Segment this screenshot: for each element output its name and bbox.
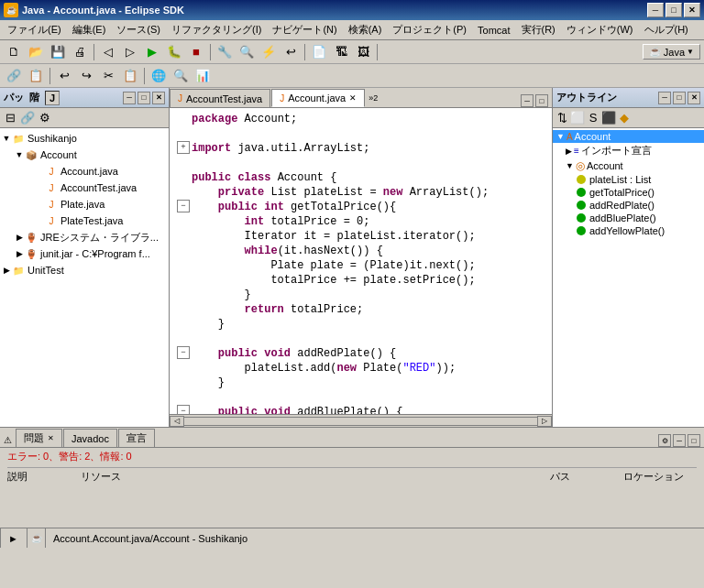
open-button[interactable]: 📂 <box>26 42 46 62</box>
tree-item-account-java[interactable]: J Account.java <box>0 163 169 180</box>
new-button[interactable]: 🗋 <box>4 42 24 62</box>
menu-search[interactable]: 検索(A) <box>343 21 388 38</box>
menu-tomcat[interactable]: Tomcat <box>472 23 515 38</box>
build-button[interactable]: 🔧 <box>214 42 235 62</box>
close-button[interactable]: ✕ <box>684 3 700 17</box>
tb2-btn1[interactable]: 🔗 <box>4 66 24 86</box>
right-panel-close-btn[interactable]: ✕ <box>688 92 700 104</box>
right-panel-min-btn[interactable]: ─ <box>658 92 671 104</box>
menu-window[interactable]: ウィンドウ(W) <box>561 21 639 38</box>
left-panel-tab[interactable]: パッ <box>4 91 24 104</box>
expand-jre[interactable]: ▶ <box>15 233 24 242</box>
left-panel-close-btn[interactable]: ✕ <box>152 92 165 104</box>
menu-help[interactable]: ヘルプ(H) <box>639 21 694 38</box>
tb2-btn7[interactable]: 🌐 <box>148 66 169 86</box>
collapse-import[interactable]: + <box>177 141 190 154</box>
editor-scrollbar-h[interactable]: ◁ ▷ <box>170 414 552 427</box>
tb2-btn2[interactable]: 📋 <box>26 66 46 86</box>
outline-item-getTotalPrice[interactable]: getTotalPrice() <box>553 186 704 199</box>
tb2-btn3[interactable]: ↩ <box>54 66 74 86</box>
collapse-addRedPlate[interactable]: − <box>177 346 190 359</box>
expand-imports[interactable]: ▶ <box>566 147 572 156</box>
scroll-left-btn[interactable]: ◁ <box>170 416 184 427</box>
expand-junit[interactable]: ▶ <box>15 249 24 258</box>
open-type-button[interactable]: 📄 <box>309 42 329 62</box>
minimize-button[interactable]: ─ <box>647 3 664 17</box>
type-hier-button[interactable]: 🏗 <box>331 42 351 62</box>
tab-overflow-btn[interactable]: »2 <box>366 89 380 107</box>
left-panel-min-btn[interactable]: ─ <box>123 92 136 104</box>
outline-hide-fields-btn[interactable]: ⬜ <box>570 111 585 125</box>
outline-item-imports[interactable]: ▶ ≡ インポート宣言 <box>553 143 704 158</box>
tree-item-account-pkg[interactable]: ▼ 📦 Account <box>0 147 169 163</box>
tree-item-unittest[interactable]: ▶ 📁 UnitTest <box>0 262 169 278</box>
editor-min-btn[interactable]: ─ <box>521 94 534 107</box>
menu-run[interactable]: 実行(R) <box>516 21 561 38</box>
tree-item-junit[interactable]: ▶ 🏺 junit.jar - C:¥Program f... <box>0 245 169 262</box>
outline-sort-btn[interactable]: ⇅ <box>555 111 569 125</box>
collapse-addBluePlate[interactable]: − <box>177 405 190 414</box>
menu-navigate[interactable]: ナビゲート(N) <box>267 21 342 38</box>
tb2-btn8[interactable]: 🔍 <box>170 66 191 86</box>
outline-item-platelist[interactable]: plateList : List <box>553 173 704 186</box>
tree-item-jre[interactable]: ▶ 🏺 JREシステム・ライブラ... <box>0 229 169 245</box>
tab-declaration[interactable]: 宣言 <box>118 429 155 447</box>
tab-problems[interactable]: 問題 ✕ <box>16 429 62 447</box>
tree-filter-btn[interactable]: ⚙ <box>37 110 53 126</box>
outline-filter2-btn[interactable]: ◆ <box>617 111 632 125</box>
print-button[interactable]: 🖨 <box>70 42 90 62</box>
bottom-panel-min-btn[interactable]: ─ <box>673 434 686 447</box>
collapse-getTotalPrice[interactable]: − <box>177 200 190 212</box>
run-button[interactable]: ▶ <box>142 42 162 62</box>
forward-button[interactable]: ▷ <box>120 42 140 62</box>
right-panel-max-btn[interactable]: □ <box>673 92 686 104</box>
bottom-panel-settings-btn[interactable]: ⚙ <box>658 434 671 447</box>
tb2-btn6[interactable]: 📋 <box>120 66 140 86</box>
tree-item-platetest-java[interactable]: J PlateTest.java <box>0 212 169 229</box>
title-bar-buttons[interactable]: ─ □ ✕ <box>647 3 700 17</box>
tree-collapse-btn[interactable]: ⊟ <box>2 110 18 126</box>
tab-account-close[interactable]: ✕ <box>349 93 357 103</box>
menu-project[interactable]: プロジェクト(P) <box>387 21 472 38</box>
tab-accounttest[interactable]: J AccountTest.java <box>170 89 270 107</box>
java-perspective-badge[interactable]: ☕ Java ▼ <box>643 44 700 60</box>
tab-javadoc[interactable]: Javadoc <box>63 429 117 447</box>
editor-max-btn[interactable]: □ <box>535 94 548 107</box>
menu-file[interactable]: ファイル(E) <box>2 21 67 38</box>
maximize-button[interactable]: □ <box>666 3 682 17</box>
perspective-button[interactable]: 🖼 <box>353 42 373 62</box>
tb2-btn4[interactable]: ↪ <box>76 66 96 86</box>
menu-refactor[interactable]: リファクタリング(I) <box>166 21 267 38</box>
tab-account[interactable]: J Account.java ✕ <box>271 89 365 107</box>
expand-account-class[interactable]: ▼ <box>566 161 574 170</box>
outline-item-addRedPlate[interactable]: addRedPlate() <box>553 199 704 212</box>
outline-item-addYellowPlate[interactable]: addYellowPlate() <box>553 224 704 237</box>
status-arrow[interactable]: ► <box>0 528 28 548</box>
back-button[interactable]: ◁ <box>98 42 118 62</box>
tree-item-plate-java[interactable]: J Plate.java <box>0 196 169 212</box>
scroll-right-btn[interactable]: ▷ <box>537 416 552 427</box>
expand-unittest[interactable]: ▶ <box>2 266 11 275</box>
next-error-button[interactable]: ⚡ <box>258 42 279 62</box>
left-panel-filter[interactable]: J <box>45 91 60 105</box>
expand-account[interactable]: ▼ <box>15 150 24 159</box>
tb2-btn5[interactable]: ✂ <box>98 66 118 86</box>
prev-error-button[interactable]: ↩ <box>280 42 301 62</box>
tb2-btn9[interactable]: 📊 <box>192 66 213 86</box>
tab-problems-close[interactable]: ✕ <box>48 434 54 442</box>
stop-button[interactable]: ■ <box>186 42 206 62</box>
left-panel-max-btn[interactable]: □ <box>138 92 150 104</box>
menu-source[interactable]: ソース(S) <box>111 21 166 38</box>
expand-account-root[interactable]: ▼ <box>556 132 565 141</box>
outline-filter1-btn[interactable]: ⬛ <box>601 111 616 125</box>
expand-sushikanjo[interactable]: ▼ <box>2 134 11 143</box>
tree-link-btn[interactable]: 🔗 <box>19 110 36 126</box>
menu-edit[interactable]: 編集(E) <box>67 21 112 38</box>
tree-item-sushikanjo[interactable]: ▼ 📁 Sushikanjo <box>0 130 169 147</box>
bottom-panel-max-btn[interactable]: □ <box>688 434 700 447</box>
outline-item-addBluePlate[interactable]: addBluePlate() <box>553 212 704 224</box>
outline-item-account-root[interactable]: ▼ A Account <box>553 130 704 143</box>
outline-item-account-class[interactable]: ▼ ◎ Account <box>553 158 704 173</box>
outline-hide-static-btn[interactable]: S <box>586 111 600 125</box>
save-button[interactable]: 💾 <box>48 42 68 62</box>
